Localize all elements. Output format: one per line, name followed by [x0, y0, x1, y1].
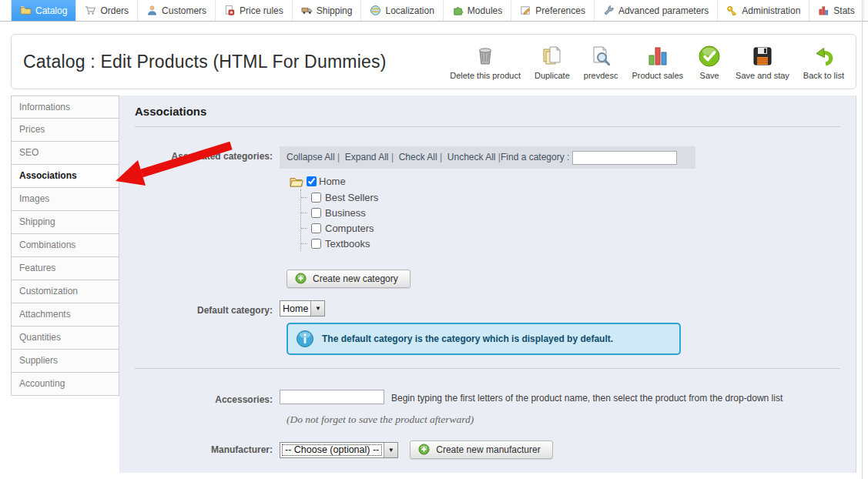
tab-shops[interactable]: Shops [864, 0, 868, 21]
selected-value: -- Choose (optional) -- [280, 443, 384, 457]
plus-circle-icon [418, 444, 430, 455]
key-icon [726, 5, 738, 16]
associated-categories-row: Associated categories: Collapse AllExpan… [135, 146, 846, 251]
sidebar-item-quantities[interactable]: Quantities [11, 327, 119, 350]
selected-value: Home [280, 301, 310, 316]
uncheck-all-link[interactable]: Uncheck All [447, 152, 501, 162]
tree-node-best-sellers[interactable]: Best Sellers [301, 189, 695, 205]
price-tag-icon [224, 5, 236, 16]
duplicate-button[interactable]: Duplicate [528, 41, 577, 83]
sidebar-item-shipping[interactable]: Shipping [11, 211, 119, 234]
default-category-select[interactable]: Home ▼ [280, 300, 325, 317]
save-button[interactable]: Save [690, 41, 729, 83]
action-label: Product sales [632, 71, 683, 80]
back-to-list-button[interactable]: Back to list [796, 41, 851, 83]
category-name: Textbooks [325, 238, 370, 250]
product-tabs-sidebar: Informations Prices SEO Associations Ima… [11, 95, 119, 396]
tab-label: Orders [100, 5, 129, 16]
tab-orders[interactable]: Orders [76, 0, 138, 21]
header-actions: Delete this product Duplicate prevdesc P… [443, 41, 851, 83]
heading-divider [135, 126, 840, 127]
manufacturer-select[interactable]: -- Choose (optional) -- ▼ [280, 442, 398, 458]
info-box: The default category is the category whi… [287, 323, 681, 355]
tab-price-rules[interactable]: Price rules [216, 0, 293, 21]
category-checkbox-textbooks[interactable] [311, 239, 321, 249]
save-check-icon [697, 44, 722, 71]
tab-label: Advanced parameters [618, 5, 709, 16]
back-arrow-icon [811, 44, 836, 71]
tab-administration[interactable]: Administration [718, 0, 809, 21]
sidebar-item-images[interactable]: Images [11, 188, 119, 211]
tab-customers[interactable]: Customers [138, 0, 216, 21]
info-icon [296, 330, 314, 348]
action-label: Save [700, 71, 719, 80]
truck-icon [301, 5, 313, 16]
default-category-row: Default category: Home ▼ [135, 300, 846, 317]
category-checkbox-business[interactable] [311, 208, 321, 218]
tab-preferences[interactable]: Preferences [511, 0, 595, 21]
info-text: The default category is the category whi… [322, 333, 613, 344]
tab-catalog[interactable]: Catalog [11, 0, 76, 21]
category-name: Home [319, 176, 346, 187]
tab-advanced-parameters[interactable]: Advanced parameters [595, 0, 718, 21]
check-all-link[interactable]: Check All [399, 152, 447, 162]
delete-product-button[interactable]: Delete this product [443, 41, 528, 83]
section-heading: Associations [135, 105, 846, 118]
action-label: Save and stay [736, 71, 789, 80]
sidebar-item-seo[interactable]: SEO [11, 142, 119, 165]
accessories-label: Accessories: [135, 390, 280, 405]
save-and-stay-button[interactable]: Save and stay [729, 41, 796, 83]
sales-chart-icon [645, 44, 670, 71]
cart-icon [85, 5, 96, 16]
accessories-input[interactable] [280, 390, 384, 404]
category-name: Computers [325, 223, 374, 234]
wrench-icon [603, 5, 615, 16]
tree-node-textbooks[interactable]: Textbooks [301, 236, 695, 251]
page-title: Catalog : Edit Products (HTML For Dummie… [23, 52, 387, 72]
page-header: Catalog : Edit Products (HTML For Dummie… [11, 34, 856, 89]
tab-modules[interactable]: Modules [444, 0, 511, 21]
sidebar-item-attachments[interactable]: Attachments [11, 303, 119, 327]
sidebar-item-accounting[interactable]: Accounting [11, 373, 119, 396]
open-folder-icon [290, 176, 304, 187]
sidebar-item-combinations[interactable]: Combinations [11, 234, 119, 257]
tab-label: Localization [385, 5, 434, 16]
preview-icon [588, 44, 613, 71]
sidebar-item-features[interactable]: Features [11, 257, 119, 280]
puzzle-icon [452, 5, 464, 16]
tab-label: Modules [468, 5, 502, 16]
accessories-hint: Begin typing the first letters of the pr… [391, 390, 783, 404]
sidebar-item-prices[interactable]: Prices [11, 119, 119, 142]
tab-label: Shipping [317, 5, 353, 16]
tree-node-business[interactable]: Business [301, 205, 695, 220]
sidebar-item-suppliers[interactable]: Suppliers [11, 350, 119, 373]
category-checkbox-best-sellers[interactable] [311, 193, 321, 203]
tree-node-home[interactable]: Home [280, 173, 695, 189]
preview-description-button[interactable]: prevdesc [577, 41, 625, 83]
category-checkbox-home[interactable] [307, 176, 317, 186]
trash-icon [473, 44, 498, 71]
action-label: Back to list [803, 71, 844, 80]
tab-localization[interactable]: Localization [361, 0, 443, 21]
create-new-category-button[interactable]: Create new category [287, 270, 411, 288]
collapse-all-link[interactable]: Collapse All [287, 152, 345, 162]
sidebar-item-customization[interactable]: Customization [11, 280, 119, 303]
create-new-manufacturer-button[interactable]: Create new manufacturer [410, 440, 552, 459]
tab-label: Customers [162, 5, 206, 16]
product-sales-button[interactable]: Product sales [625, 41, 690, 83]
tree-node-computers[interactable]: Computers [301, 220, 695, 236]
sidebar-item-associations[interactable]: Associations [11, 165, 119, 188]
tab-stats[interactable]: Stats [809, 0, 863, 21]
category-checkbox-computers[interactable] [311, 223, 321, 233]
create-category-row: Create new category [287, 270, 846, 288]
bar-chart-icon [818, 5, 829, 16]
find-category-input[interactable] [572, 151, 677, 165]
expand-all-link[interactable]: Expand All [345, 152, 399, 162]
tab-shipping[interactable]: Shipping [293, 0, 362, 21]
sidebar-item-informations[interactable]: Informations [11, 95, 119, 119]
category-tree-toolbar: Collapse AllExpand AllCheck AllUncheck A… [280, 146, 695, 169]
action-label: Delete this product [450, 71, 521, 80]
button-label: Create new category [313, 273, 398, 284]
manufacturer-label: Manufacturer: [135, 444, 280, 455]
button-label: Create new manufacturer [436, 444, 540, 455]
